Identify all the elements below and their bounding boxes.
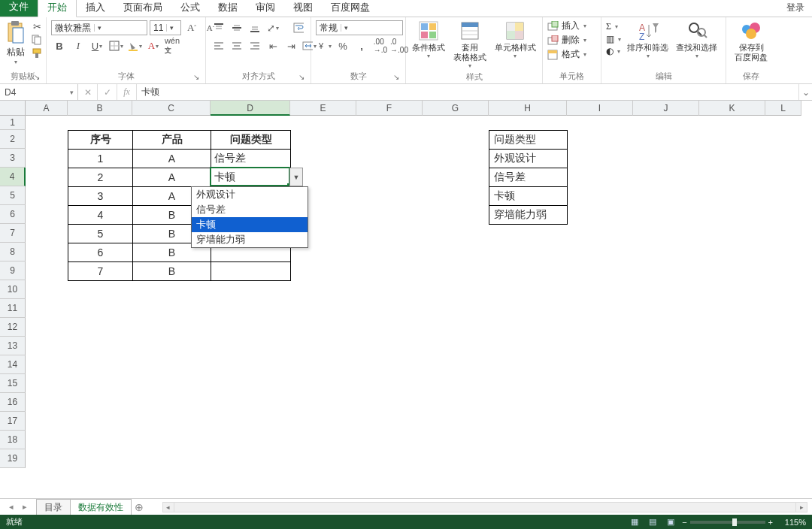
align-left-button[interactable] [211, 38, 227, 53]
table-cell[interactable]: 3 [68, 187, 133, 206]
zoom-slider[interactable]: − + [682, 518, 773, 527]
expand-formula-bar-button[interactable]: ⌄ [798, 84, 812, 100]
page-break-view-button[interactable]: ▣ [664, 517, 677, 527]
accept-formula-button[interactable]: ✓ [98, 84, 117, 100]
bold-button[interactable]: B [51, 38, 68, 53]
menu-tab-insert[interactable]: 插入 [77, 0, 114, 17]
table-cell[interactable]: B [133, 262, 211, 281]
cancel-formula-button[interactable]: ✕ [78, 84, 98, 100]
paste-button[interactable]: 粘贴 ▾ [3, 19, 29, 67]
row-header-13[interactable]: 13 [0, 337, 26, 355]
number-dialog-launcher[interactable] [392, 73, 401, 82]
copy-button[interactable] [30, 34, 44, 46]
sheet-nav-first[interactable]: ◂ [5, 502, 18, 512]
table-cell[interactable]: 2 [68, 168, 133, 187]
increase-indent-button[interactable]: ⇥ [283, 38, 299, 53]
align-center-button[interactable] [229, 38, 245, 53]
column-header-J[interactable]: J [633, 101, 699, 116]
dropdown-option[interactable]: 信号差 [192, 202, 308, 217]
row-header-6[interactable]: 6 [0, 205, 26, 224]
data-validation-dropdown-button[interactable]: ▼ [289, 168, 303, 186]
zoom-out-button[interactable]: − [682, 518, 686, 527]
row-header-7[interactable]: 7 [0, 224, 26, 243]
row-header-12[interactable]: 12 [0, 318, 26, 337]
data-validation-dropdown[interactable]: 外观设计信号差卡顿穿墙能力弱 [191, 186, 308, 248]
dropdown-option[interactable]: 穿墙能力弱 [192, 232, 308, 247]
side-list-item[interactable]: 穿墙能力弱 [489, 206, 568, 225]
align-dialog-launcher[interactable] [297, 73, 306, 82]
side-list-item[interactable]: 外观设计 [489, 150, 568, 168]
login-link[interactable]: 登录 [779, 0, 812, 17]
decrease-decimal-button[interactable]: .0→.00 [391, 38, 408, 53]
font-dialog-launcher[interactable] [192, 73, 201, 82]
column-header-C[interactable]: C [132, 101, 211, 116]
fill-button[interactable]: ▥▾ [604, 33, 623, 45]
row-header-14[interactable]: 14 [0, 355, 26, 374]
insert-function-button[interactable]: fx [117, 84, 137, 100]
row-header-10[interactable]: 10 [0, 280, 26, 299]
save-baidu-button[interactable]: 保存到百度网盘 [732, 19, 771, 64]
side-list-item[interactable]: 卡顿 [489, 187, 568, 206]
menu-tab-review[interactable]: 审阅 [247, 0, 284, 17]
row-header-19[interactable]: 19 [0, 449, 26, 468]
column-header-I[interactable]: I [567, 101, 633, 116]
menu-tab-layout[interactable]: 页面布局 [114, 0, 171, 17]
insert-cells-button[interactable]: 插入▾ [546, 19, 598, 33]
autosum-button[interactable]: Σ▾ [604, 20, 623, 33]
table-format-button[interactable]: 套用表格格式▾ [450, 19, 489, 71]
row-header-18[interactable]: 18 [0, 431, 26, 449]
table-cell[interactable]: A [133, 150, 211, 168]
font-name-combo[interactable]: 微软雅黑▾ [51, 20, 147, 35]
menu-tab-view[interactable]: 视图 [284, 0, 322, 17]
page-layout-view-button[interactable]: ▤ [646, 517, 659, 527]
zoom-value[interactable]: 115% [777, 518, 806, 527]
borders-button[interactable]: ▾ [108, 38, 124, 53]
menu-file[interactable]: 文件 [0, 0, 38, 17]
find-select-button[interactable]: 查找和选择▾ [673, 19, 720, 61]
column-header-B[interactable]: B [68, 101, 132, 116]
column-header-D[interactable]: D [211, 101, 290, 116]
decrease-indent-button[interactable]: ⇤ [265, 38, 281, 53]
horizontal-scrollbar[interactable]: ◂▸ [162, 502, 807, 512]
column-header-K[interactable]: K [699, 101, 765, 116]
normal-view-button[interactable]: ▦ [628, 517, 641, 527]
pinyin-button[interactable]: wén文 [164, 38, 180, 53]
number-format-combo[interactable]: 常规▾ [316, 20, 403, 35]
menu-tab-home[interactable]: 开始 [38, 0, 77, 17]
row-header-15[interactable]: 15 [0, 374, 26, 393]
table-cell[interactable]: 卡顿 [211, 168, 291, 187]
table-cell[interactable]: 信号差 [211, 150, 291, 168]
format-cells-button[interactable]: 格式▾ [546, 47, 598, 62]
table-cell[interactable] [211, 262, 291, 281]
cut-button[interactable]: ✂ [30, 20, 44, 32]
menu-tab-formulas[interactable]: 公式 [171, 0, 209, 17]
row-header-11[interactable]: 11 [0, 299, 26, 318]
column-header-A[interactable]: A [26, 101, 68, 116]
column-header-H[interactable]: H [489, 101, 567, 116]
sheet-nav-last[interactable]: ▸ [18, 502, 32, 512]
row-header-8[interactable]: 8 [0, 243, 26, 261]
row-header-5[interactable]: 5 [0, 186, 26, 205]
name-box[interactable]: D4 ▾ [0, 84, 78, 100]
wrap-text-button[interactable] [290, 20, 307, 35]
align-middle-button[interactable] [229, 20, 245, 35]
orientation-button[interactable]: ⤢▾ [265, 20, 281, 35]
column-header-E[interactable]: E [290, 101, 356, 116]
currency-button[interactable]: ¥▾ [316, 38, 332, 53]
table-cell[interactable]: 4 [68, 206, 133, 225]
zoom-in-button[interactable]: + [768, 518, 773, 527]
row-header-2[interactable]: 2 [0, 130, 26, 149]
menu-tab-data[interactable]: 数据 [209, 0, 247, 17]
dropdown-option[interactable]: 卡顿 [192, 217, 308, 232]
column-header-G[interactable]: G [423, 101, 489, 116]
column-header-F[interactable]: F [356, 101, 423, 116]
row-header-16[interactable]: 16 [0, 393, 26, 412]
side-list-item[interactable]: 信号差 [489, 168, 568, 187]
dropdown-option[interactable]: 外观设计 [192, 187, 308, 202]
underline-button[interactable]: U▾ [89, 38, 105, 53]
table-cell[interactable]: 5 [68, 225, 133, 243]
table-cell[interactable]: A [133, 168, 211, 187]
increase-decimal-button[interactable]: .00→.0 [372, 38, 389, 53]
align-right-button[interactable] [247, 38, 263, 53]
delete-cells-button[interactable]: 删除▾ [546, 33, 598, 47]
